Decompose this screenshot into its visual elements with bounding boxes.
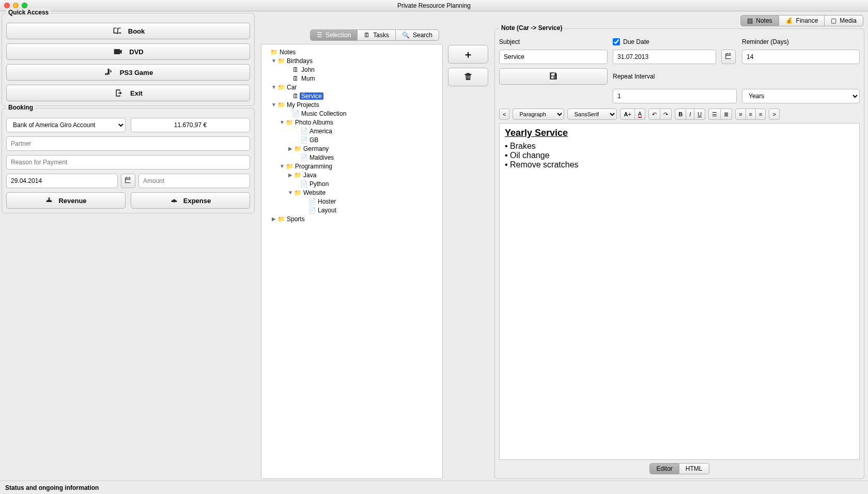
- twisty-icon[interactable]: ▼: [287, 190, 293, 195]
- view-tab-editor-label: Editor: [656, 465, 672, 472]
- exit-icon: [114, 88, 125, 98]
- collapse-toolbar-button[interactable]: <: [499, 109, 509, 120]
- tab-selection[interactable]: ☰ Selection: [310, 29, 358, 41]
- date-input[interactable]: [6, 174, 118, 188]
- quick-access-title: Quick Access: [6, 9, 51, 16]
- tab-tasks[interactable]: 🗓 Tasks: [358, 29, 396, 41]
- expense-button[interactable]: Expense: [131, 192, 250, 209]
- font-family-select[interactable]: SansSerif: [567, 109, 617, 120]
- add-note-button[interactable]: ＋: [448, 45, 488, 64]
- reason-input[interactable]: [6, 155, 250, 169]
- tree-mum[interactable]: Mum: [300, 75, 317, 82]
- ps3-button[interactable]: PS3 Game: [6, 64, 250, 81]
- subject-label: Subject: [499, 38, 608, 45]
- save-icon: [548, 71, 559, 83]
- editor-toolbar: < Paragraph SansSerif A+ A ↶ ↷ B I U ☰: [499, 109, 860, 120]
- notes-tree[interactable]: 📁Notes ▼📁Birthdays 🗓John 🗓Mum ▼📁Car 🗓Ser…: [261, 44, 443, 479]
- font-color-button[interactable]: A: [635, 109, 645, 120]
- amount-input[interactable]: [138, 174, 250, 188]
- underline-button[interactable]: U: [694, 109, 705, 120]
- tab-tasks-label: Tasks: [373, 32, 389, 39]
- tree-website[interactable]: Website: [302, 189, 327, 196]
- tree-maldives[interactable]: Maldives: [308, 154, 335, 161]
- number-list-button[interactable]: ≣: [721, 109, 732, 120]
- twisty-icon[interactable]: ▶: [287, 146, 293, 151]
- tab-media-label: Media: [840, 17, 857, 24]
- tree-layout[interactable]: Layout: [316, 207, 338, 214]
- tree-notes[interactable]: Notes: [278, 49, 297, 56]
- tree-service[interactable]: Service: [300, 92, 323, 100]
- due-date-picker-button[interactable]: [721, 50, 736, 64]
- tree-germany[interactable]: Germany: [302, 145, 330, 152]
- repeat-interval-input[interactable]: [613, 89, 737, 103]
- tree-java[interactable]: Java: [302, 172, 318, 179]
- delete-note-button[interactable]: [448, 68, 488, 86]
- view-tab-editor[interactable]: Editor: [649, 463, 679, 474]
- folder-icon: 📁: [293, 172, 302, 179]
- font-plus-icon: A+: [624, 111, 631, 117]
- tree-music[interactable]: Music Collection: [300, 110, 348, 117]
- undo-button[interactable]: ↶: [648, 109, 660, 120]
- increase-font-button[interactable]: A+: [620, 109, 634, 120]
- folder-icon: 📁: [277, 101, 285, 109]
- tree-photo[interactable]: Photo Albums: [293, 119, 335, 126]
- reminder-input[interactable]: [742, 50, 860, 64]
- account-select[interactable]: Bank of America Giro Account: [6, 118, 126, 132]
- tab-search[interactable]: 🔍 Search: [396, 29, 439, 41]
- view-tab-html[interactable]: HTML: [679, 463, 709, 474]
- bullet-list-button[interactable]: ☰: [708, 109, 721, 120]
- calendar-icon: [724, 52, 733, 62]
- tree-myprojects[interactable]: My Projects: [285, 101, 321, 109]
- tab-media[interactable]: ▢ Media: [825, 15, 863, 26]
- dvd-button[interactable]: DVD: [6, 43, 250, 60]
- tree-america[interactable]: America: [308, 128, 334, 135]
- tree-gb[interactable]: GB: [308, 136, 320, 144]
- tree-programming[interactable]: Programming: [293, 163, 334, 170]
- font-color-icon: A: [638, 111, 642, 118]
- underline-icon: U: [698, 111, 702, 117]
- twisty-icon[interactable]: ▼: [271, 58, 277, 64]
- note-list: Brakes Oil change Remove scratches: [505, 142, 854, 169]
- tab-notes[interactable]: ▤ Notes: [740, 15, 779, 26]
- partner-input[interactable]: [6, 136, 250, 151]
- tab-finance-label: Finance: [796, 17, 818, 24]
- repeat-unit-select[interactable]: Years: [742, 89, 860, 103]
- tree-python[interactable]: Python: [308, 180, 330, 188]
- date-picker-button[interactable]: [121, 174, 135, 188]
- bold-button[interactable]: B: [675, 109, 686, 120]
- note-item-icon: 📄: [300, 128, 308, 135]
- tree-hoster[interactable]: Hoster: [316, 198, 337, 205]
- subject-input[interactable]: [499, 50, 608, 64]
- twisty-icon[interactable]: ▼: [279, 119, 285, 125]
- revenue-button[interactable]: Revenue: [6, 192, 126, 209]
- book-button[interactable]: Book: [6, 23, 250, 39]
- block-format-select[interactable]: Paragraph: [513, 109, 564, 120]
- twisty-icon[interactable]: ▼: [279, 163, 285, 169]
- note-item-icon: 📄: [308, 198, 316, 205]
- align-left-button[interactable]: ≡: [735, 109, 746, 120]
- note-editor[interactable]: Yearly Service Brakes Oil change Remove …: [499, 123, 860, 460]
- align-center-button[interactable]: ≡: [746, 109, 756, 120]
- italic-button[interactable]: I: [686, 109, 694, 120]
- tree-sports[interactable]: Sports: [285, 215, 306, 223]
- note-list-item: Brakes: [505, 142, 854, 151]
- save-button[interactable]: [499, 68, 608, 85]
- twisty-icon[interactable]: ▶: [271, 216, 277, 222]
- book-label: Book: [128, 27, 145, 35]
- due-date-checkbox[interactable]: [613, 38, 620, 45]
- twisty-icon[interactable]: ▶: [287, 172, 293, 178]
- calendar-icon: [124, 176, 132, 186]
- due-date-input[interactable]: [613, 50, 716, 64]
- twisty-icon[interactable]: ▼: [271, 84, 277, 90]
- redo-button[interactable]: ↷: [660, 109, 672, 120]
- tree-birthdays[interactable]: Birthdays: [285, 57, 314, 65]
- tree-car[interactable]: Car: [285, 84, 298, 91]
- twisty-icon[interactable]: ▼: [271, 102, 277, 107]
- align-right-button[interactable]: ≡: [756, 109, 766, 120]
- expand-toolbar-button[interactable]: >: [769, 109, 779, 120]
- tree-john[interactable]: John: [300, 66, 316, 73]
- exit-label: Exit: [130, 89, 143, 97]
- exit-button[interactable]: Exit: [6, 85, 250, 101]
- tab-finance[interactable]: 💰 Finance: [779, 15, 825, 26]
- note-item-icon: 📄: [300, 180, 308, 188]
